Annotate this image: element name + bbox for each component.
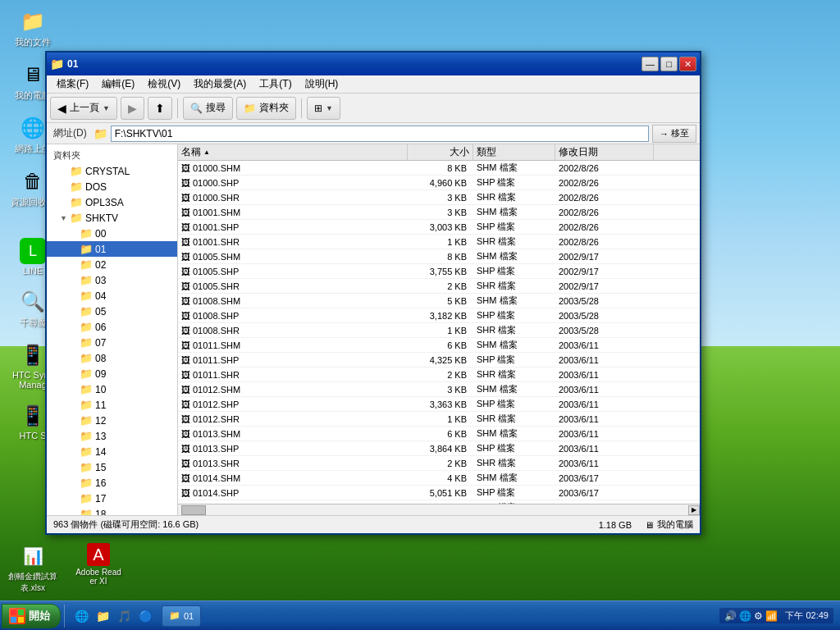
- table-row[interactable]: 🖼 01012.SHM 3 KB SHM 檔案 2003/6/11: [178, 382, 700, 397]
- sidebar-item-10[interactable]: 📁 10: [47, 381, 177, 397]
- address-input[interactable]: [111, 126, 649, 142]
- sidebar-item-04[interactable]: 📁 04: [47, 288, 177, 304]
- sidebar-item-09[interactable]: 📁 09: [47, 366, 177, 381]
- column-header-date[interactable]: 修改日期: [555, 144, 654, 160]
- sidebar-item-01[interactable]: 📁 01: [47, 241, 177, 257]
- search-button[interactable]: 🔍 搜尋: [183, 97, 233, 120]
- table-row[interactable]: 🖼 01008.SHM 5 KB SHM 檔案 2003/5/28: [178, 294, 700, 308]
- taskbar-browser-icon[interactable]: 🔵: [135, 606, 155, 626]
- sidebar-item-00[interactable]: 📁 00: [47, 226, 177, 241]
- file-type-cell: SHM 檔案: [473, 162, 555, 174]
- sidebar-item-03[interactable]: 📁 03: [47, 272, 177, 288]
- maximize-button[interactable]: □: [660, 57, 678, 71]
- sidebar-item-02[interactable]: 📁 02: [47, 257, 177, 272]
- desktop-icon-calc[interactable]: 📊 創輔金鑽試算表.xlsx: [8, 543, 57, 594]
- table-row[interactable]: 🖼 01013.SHM 6 KB SHM 檔案 2003/6/11: [178, 427, 700, 441]
- menu-help[interactable]: 說明(H): [299, 75, 345, 93]
- table-row[interactable]: 🖼 01005.SHP 3,755 KB SHP 檔案 2002/9/17: [178, 264, 700, 279]
- table-row[interactable]: 🖼 01001.SHM 3 KB SHM 檔案 2002/8/26: [178, 205, 700, 220]
- table-row[interactable]: 🖼 01000.SHM 8 KB SHM 檔案 2002/8/26: [178, 161, 700, 176]
- column-header-name[interactable]: 名稱 ▲: [178, 144, 408, 160]
- menu-tools[interactable]: 工具(T): [253, 75, 298, 93]
- taskbar-window-label: 01: [184, 611, 194, 621]
- desktop-icon-my-docs[interactable]: 📁 我的文件: [8, 8, 57, 48]
- taskbar-media-icon[interactable]: 🎵: [114, 606, 134, 626]
- menu-view[interactable]: 檢視(V): [141, 75, 187, 93]
- horizontal-scrollbar[interactable]: ▶: [178, 504, 700, 515]
- sidebar-item-11[interactable]: 📁 11: [47, 397, 177, 413]
- table-row[interactable]: 🖼 01013.SHP 3,864 KB SHP 檔案 2003/6/11: [178, 441, 700, 456]
- table-row[interactable]: 🖼 01005.SHM 8 KB SHM 檔案 2002/9/17: [178, 249, 700, 264]
- sidebar-item-08[interactable]: 📁 08: [47, 350, 177, 366]
- file-type-icon: 🖼: [181, 267, 190, 276]
- sidebar-item-17[interactable]: 📁 17: [47, 491, 177, 506]
- toolbar-separator-2: [301, 98, 302, 118]
- shktv-label: SHKTV: [85, 212, 118, 224]
- file-name-cell: 🖼 01011.SHM: [178, 340, 408, 350]
- file-date-cell: 2002/9/17: [555, 252, 654, 262]
- column-header-size[interactable]: 大小: [408, 144, 473, 160]
- folder-15-label: 15: [95, 462, 106, 473]
- taskbar-ie-icon[interactable]: 🌐: [71, 606, 91, 626]
- table-row[interactable]: 🖼 01014.SHM 4 KB SHM 檔案 2003/6/17: [178, 471, 700, 486]
- taskbar-window-01[interactable]: 📁 01: [162, 605, 201, 627]
- menu-favorites[interactable]: 我的最愛(A): [187, 75, 253, 93]
- table-row[interactable]: 🖼 01011.SHM 6 KB SHM 檔案 2003/6/11: [178, 338, 700, 353]
- table-row[interactable]: 🖼 01013.SHR 2 KB SHR 檔案 2003/6/11: [178, 456, 700, 471]
- forward-button[interactable]: ▶: [121, 97, 144, 120]
- up-button[interactable]: ⬆: [148, 97, 172, 120]
- close-button[interactable]: ✕: [679, 57, 696, 71]
- file-name: 01013.SHR: [193, 459, 240, 468]
- address-label: 網址(D): [50, 126, 90, 140]
- table-row[interactable]: 🖼 01011.SHP 4,325 KB SHP 檔案 2003/6/11: [178, 353, 700, 368]
- sidebar-item-07[interactable]: 📁 07: [47, 335, 177, 350]
- my-computer-icon: 🖥: [20, 62, 46, 88]
- go-button[interactable]: → 移至: [652, 125, 696, 143]
- sidebar-item-dos[interactable]: 📁 DOS: [47, 179, 177, 194]
- folders-button[interactable]: 📁 資料夾: [236, 97, 296, 120]
- minimize-button[interactable]: —: [641, 57, 659, 71]
- file-list-body[interactable]: 🖼 01000.SHM 8 KB SHM 檔案 2002/8/26 🖼 0100…: [178, 161, 700, 504]
- back-button[interactable]: ◀ 上一頁 ▼: [50, 97, 117, 120]
- file-size-cell: 2 KB: [408, 281, 473, 291]
- table-row[interactable]: 🖼 01008.SHR 1 KB SHR 檔案 2003/5/28: [178, 323, 700, 338]
- sidebar-item-05[interactable]: 📁 05: [47, 304, 177, 319]
- sidebar-item-06[interactable]: 📁 06: [47, 319, 177, 335]
- table-row[interactable]: 🖼 01012.SHR 1 KB SHR 檔案 2003/6/11: [178, 412, 700, 427]
- sidebar-item-18[interactable]: 📁 18: [47, 506, 177, 515]
- sidebar-item-14[interactable]: 📁 14: [47, 444, 177, 459]
- sidebar-item-16[interactable]: 📁 16: [47, 475, 177, 491]
- desktop-icon-adobe[interactable]: A Adobe Reader XI: [74, 543, 123, 594]
- file-name: 01013.SHP: [193, 444, 239, 454]
- taskbar-folder-icon[interactable]: 📁: [93, 606, 112, 626]
- sidebar-item-15[interactable]: 📁 15: [47, 459, 177, 475]
- table-row[interactable]: 🖼 01000.SHR 3 KB SHR 檔案 2002/8/26: [178, 190, 700, 205]
- table-row[interactable]: 🖼 01014.SHP 5,051 KB SHP 檔案 2003/6/17: [178, 486, 700, 500]
- table-row[interactable]: 🖼 01001.SHP 3,003 KB SHP 檔案 2002/8/26: [178, 220, 700, 235]
- table-row[interactable]: 🖼 01005.SHR 2 KB SHR 檔案 2002/9/17: [178, 279, 700, 294]
- window-controls: — □ ✕: [641, 57, 696, 71]
- sidebar-item-shktv[interactable]: ▼ 📁 SHKTV: [47, 210, 177, 226]
- menu-file[interactable]: 檔案(F): [50, 75, 95, 93]
- menu-edit[interactable]: 編輯(E): [95, 75, 141, 93]
- sidebar: 資料夾 📁 CRYSTAL 📁 DOS 📁 OPL3SA: [47, 144, 178, 515]
- forward-icon: ▶: [128, 102, 137, 115]
- status-size: 1.18 GB: [599, 520, 632, 530]
- table-row[interactable]: 🖼 01000.SHP 4,960 KB SHP 檔案 2002/8/26: [178, 176, 700, 190]
- sidebar-item-crystal[interactable]: 📁 CRYSTAL: [47, 163, 177, 179]
- table-row[interactable]: 🖼 01012.SHP 3,363 KB SHP 檔案 2003/6/11: [178, 397, 700, 412]
- sidebar-item-12[interactable]: 📁 12: [47, 413, 177, 428]
- file-size-cell: 3 KB: [408, 193, 473, 203]
- table-row[interactable]: 🖼 01008.SHP 3,182 KB SHP 檔案 2003/5/28: [178, 308, 700, 323]
- sidebar-item-opl3sa[interactable]: 📁 OPL3SA: [47, 194, 177, 210]
- table-row[interactable]: 🖼 01011.SHR 2 KB SHR 檔案 2003/6/11: [178, 368, 700, 382]
- table-row[interactable]: 🖼 01001.SHR 1 KB SHR 檔案 2002/8/26: [178, 235, 700, 249]
- sidebar-item-13[interactable]: 📁 13: [47, 428, 177, 444]
- svg-rect-2: [11, 617, 16, 623]
- column-header-type[interactable]: 類型: [473, 144, 555, 160]
- file-size-cell: 4,325 KB: [408, 355, 473, 365]
- start-button[interactable]: 開始: [2, 604, 61, 628]
- file-date-cell: 2002/8/26: [555, 222, 654, 232]
- views-button[interactable]: ⊞ ▼: [307, 97, 340, 120]
- file-size-cell: 4,960 KB: [408, 178, 473, 188]
